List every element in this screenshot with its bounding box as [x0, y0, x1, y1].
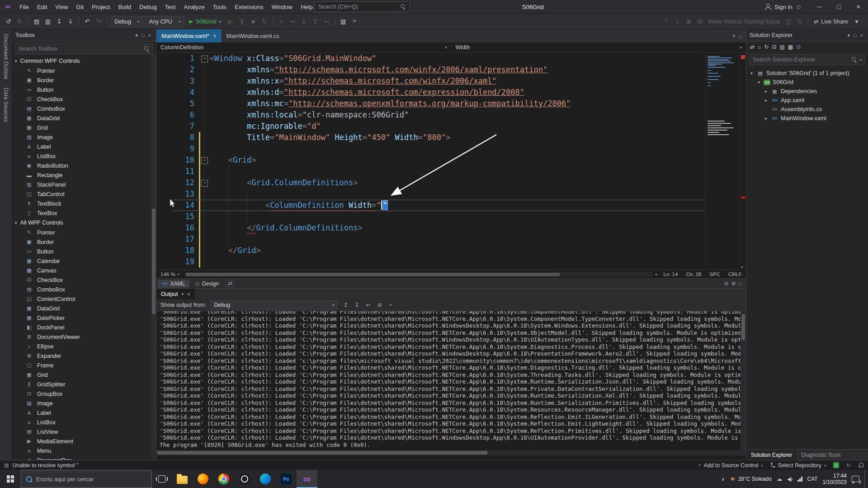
line-number[interactable]: 1	[172, 53, 199, 64]
toolbox-item-textbox[interactable]: ▯TextBox	[12, 208, 156, 218]
toolbox-item-listbox[interactable]: ≡ListBox	[12, 151, 156, 161]
toolbox-item-tabcontrol[interactable]: ◫TabControl	[12, 189, 156, 199]
output-vertical-scrollbar[interactable]	[741, 311, 746, 450]
toolbox-item-datagrid[interactable]: ▦DataGrid	[12, 304, 156, 313]
breakpoint-margin[interactable]	[156, 143, 172, 155]
menu-analyze[interactable]: Analyze	[179, 2, 208, 12]
toolbox-item-groupbox[interactable]: ⊡GroupBox	[12, 389, 156, 399]
expand-right-icon[interactable]: ▸	[764, 89, 769, 94]
toolbox-item-contentcontrol[interactable]: ◱ContentControl	[12, 294, 156, 304]
tree-item-s06grid[interactable]: ▾C#S06Grid	[746, 78, 868, 87]
tree-item-app-xaml[interactable]: ▸</>App.xaml	[746, 96, 868, 105]
window-menu-icon[interactable]: ▾	[133, 33, 140, 38]
code-line[interactable]: 5 xmlns:mc="http://schemas.openxmlformat…	[156, 98, 705, 109]
menu-tools[interactable]: Tools	[209, 2, 231, 12]
chevron-down-icon[interactable]: ▾	[860, 58, 862, 62]
stop-icon[interactable]: ■	[248, 16, 258, 27]
nav-forward-icon[interactable]: ↻	[15, 16, 25, 27]
space-down-icon[interactable]: ⊟	[695, 16, 705, 27]
menu-debug[interactable]: Debug	[135, 2, 160, 12]
align-tops-icon[interactable]: ⊤	[661, 16, 671, 27]
quick-search-input[interactable]	[318, 4, 401, 10]
save-icon[interactable]: ↧	[54, 16, 64, 27]
close-icon[interactable]: ×	[146, 33, 153, 38]
solution-configuration-dropdown[interactable]: Debug▾	[110, 16, 143, 27]
line-number[interactable]: 8	[172, 132, 199, 143]
breakpoint-margin[interactable]	[156, 109, 172, 121]
code-line[interactable]: 11	[156, 166, 705, 177]
solution-platform-dropdown[interactable]: Any CPU▾	[145, 16, 184, 27]
tab-output[interactable]: Output ▾ ×	[156, 289, 195, 299]
expand-right-icon[interactable]: ▸	[764, 98, 769, 103]
code-line[interactable]: 3 xmlns:x="http://schemas.microsoft.com/…	[156, 75, 705, 87]
menu-test[interactable]: Test	[161, 2, 180, 12]
refresh-icon[interactable]: ↻	[764, 44, 769, 50]
fold-collapse-icon[interactable]	[199, 155, 210, 166]
code-line[interactable]: 7 mc:Ignorable="d"	[156, 121, 705, 132]
scroll-annotation-strip[interactable]: ▾	[740, 53, 746, 270]
toolbox-item-label[interactable]: ALabel	[12, 408, 156, 418]
line-number[interactable]: 4	[172, 87, 199, 98]
pin-icon[interactable]: □	[140, 33, 146, 38]
taskbar-app-visual-studio[interactable]	[297, 470, 317, 488]
code-line[interactable]: 9	[156, 143, 705, 155]
line-number[interactable]: 20	[172, 267, 199, 270]
toolbox-item-grid[interactable]: ▦Grid	[12, 370, 156, 380]
close-icon[interactable]: ×	[213, 33, 217, 39]
line-number[interactable]: 14	[172, 200, 199, 211]
properties-icon[interactable]: ▦	[788, 44, 793, 50]
toolbox-item-checkbox[interactable]: ☑CheckBox	[12, 275, 156, 285]
code-line[interactable]: 13	[156, 188, 705, 200]
line-number[interactable]: 2	[172, 64, 199, 75]
menu-project[interactable]: Project	[88, 2, 114, 12]
breakpoint-margin[interactable]	[156, 256, 172, 267]
chevron-down-icon[interactable]: ▾	[182, 292, 184, 296]
toolbox-item-datepicker[interactable]: ▦DatePicker	[12, 313, 156, 323]
taskbar-app-firefox[interactable]	[193, 470, 213, 488]
line-number[interactable]: 10	[172, 155, 199, 166]
new-file-icon[interactable]: ▤	[32, 16, 42, 27]
solution-search[interactable]: ▾	[749, 54, 865, 65]
breakpoint-margin[interactable]	[156, 222, 172, 234]
menu-help[interactable]: Help	[297, 2, 317, 12]
taskbar-app-dark-app[interactable]	[234, 470, 255, 488]
break-all-icon[interactable]: ∥	[237, 16, 247, 27]
toolbox-item-listview[interactable]: ▤ListView	[12, 427, 156, 436]
time-icon[interactable]: ◔	[387, 302, 393, 308]
show-desktop-button[interactable]	[864, 470, 867, 488]
taskbar-app-edge[interactable]	[255, 470, 276, 488]
toolbox-item-image[interactable]: ▨Image	[12, 399, 156, 408]
open-file-icon[interactable]: ▥	[43, 16, 53, 27]
taskbar-search[interactable]	[21, 470, 152, 488]
code-editor[interactable]: 1<Window x:Class="S06Grid.MainWindow"2 x…	[156, 53, 746, 270]
menu-file[interactable]: File	[15, 2, 33, 12]
taskbar-app-photoshop[interactable]	[276, 470, 297, 488]
clear-all-icon[interactable]: ⊘	[376, 302, 383, 308]
line-number[interactable]: 6	[172, 109, 199, 121]
zoom-dropdown[interactable]: 146 % ▾	[156, 272, 184, 277]
toolbox-item-listbox[interactable]: ≡ListBox	[12, 418, 156, 427]
code-line[interactable]: 12 <Grid.ColumnDefinitions>	[156, 177, 705, 188]
sync-status-icon[interactable]: ↻	[846, 462, 851, 469]
breakpoint-margin[interactable]	[156, 211, 172, 222]
toolbox-search[interactable]	[15, 43, 153, 54]
find-in-files-icon[interactable]: ▧	[338, 16, 348, 27]
live-share-button[interactable]: ⇄Live Share	[811, 18, 850, 25]
menu-view[interactable]: View	[51, 2, 72, 12]
minimize-button[interactable]: ─	[810, 0, 829, 14]
code-line[interactable]: 19	[156, 256, 705, 267]
line-number[interactable]: 16	[172, 222, 199, 234]
show-next-statement-icon[interactable]: ↦	[288, 16, 297, 27]
horizontal-scrollbar[interactable]	[185, 272, 652, 277]
quick-search[interactable]	[314, 1, 410, 12]
close-icon[interactable]: ×	[187, 291, 190, 297]
toolbox-item-rectangle[interactable]: ▬Rectangle	[12, 170, 156, 180]
pin-icon[interactable]: □	[852, 33, 859, 38]
toolbox-section-header[interactable]: ▾All WPF Controls	[12, 218, 156, 228]
taskbar-app-file-explorer[interactable]	[172, 470, 193, 488]
breakpoint-margin[interactable]	[156, 87, 172, 98]
breakpoint-margin[interactable]	[156, 188, 172, 200]
breakpoint-margin[interactable]	[156, 245, 172, 256]
expand-right-icon[interactable]: ▸	[764, 116, 769, 121]
tab-xaml[interactable]: <> XAML	[158, 280, 189, 288]
